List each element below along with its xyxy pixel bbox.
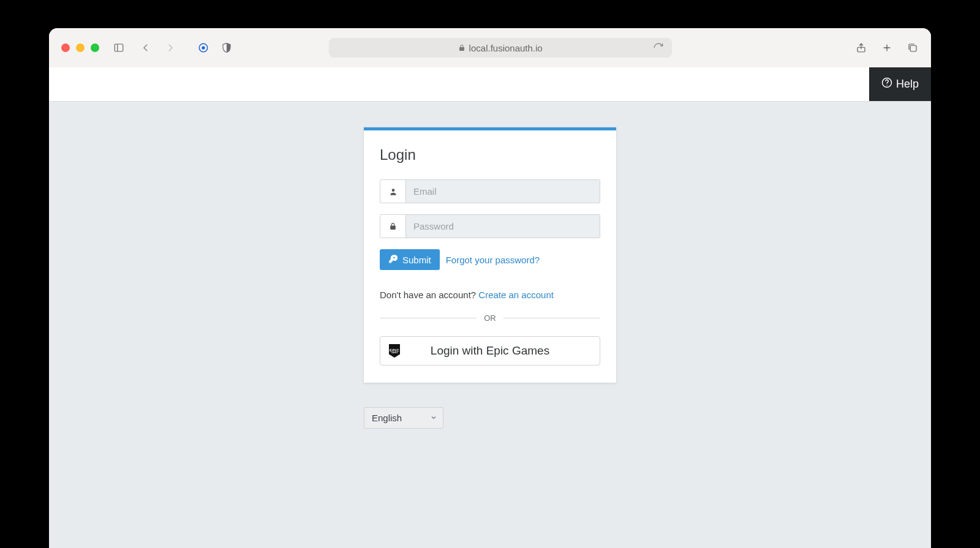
epic-logo-line2: GAMES (391, 352, 398, 354)
new-tab-icon[interactable] (881, 42, 893, 54)
lock-icon (458, 43, 466, 53)
share-icon[interactable] (855, 42, 867, 54)
address-bar[interactable]: local.fusionauth.io (329, 38, 672, 58)
login-title: Login (380, 146, 600, 163)
app-header: Help (49, 67, 931, 102)
submit-button[interactable]: Submit (380, 249, 440, 270)
or-label: OR (477, 313, 503, 323)
svg-point-3 (202, 46, 205, 49)
sidebar-toggle-icon[interactable] (113, 42, 125, 54)
no-account-text: Don't have an account? (380, 290, 478, 300)
epic-games-icon: EPIC GAMES (389, 344, 400, 358)
forgot-password-link[interactable]: Forgot your password? (446, 255, 540, 265)
reload-button[interactable] (652, 42, 665, 54)
browser-window: local.fusionauth.io Help Log (49, 28, 931, 548)
url-text: local.fusionauth.io (469, 43, 543, 53)
submit-label: Submit (402, 255, 431, 265)
svg-point-9 (886, 84, 888, 86)
login-with-epic-button[interactable]: EPIC GAMES Login with Epic Games (380, 336, 600, 366)
tab-overview-icon[interactable] (907, 42, 919, 54)
window-traffic-lights (61, 43, 99, 52)
minimize-window-button[interactable] (76, 43, 85, 52)
password-field-group (380, 214, 600, 238)
help-icon (881, 77, 892, 91)
or-divider: OR (380, 313, 600, 323)
close-window-button[interactable] (61, 43, 70, 52)
back-button[interactable] (140, 42, 152, 54)
privacy-shield-icon[interactable] (221, 42, 233, 54)
email-input[interactable] (406, 180, 600, 203)
onepassword-extension-icon[interactable] (197, 42, 209, 54)
help-label: Help (896, 78, 919, 91)
actions-row: Submit Forgot your password? (380, 249, 600, 270)
page-body: Login Submit Fo (49, 102, 931, 548)
epic-sso-label: Login with Epic Games (431, 344, 549, 358)
language-select-wrapper: English (364, 407, 443, 429)
key-icon (388, 254, 398, 265)
help-button[interactable]: Help (869, 67, 931, 101)
lock-icon (380, 215, 406, 238)
svg-rect-0 (115, 44, 123, 51)
password-input[interactable] (406, 215, 600, 238)
login-card: Login Submit Fo (364, 127, 616, 383)
forward-button[interactable] (164, 42, 176, 54)
create-account-link[interactable]: Create an account (478, 290, 554, 300)
maximize-window-button[interactable] (91, 43, 99, 52)
svg-rect-7 (910, 45, 916, 51)
browser-toolbar: local.fusionauth.io (49, 28, 931, 67)
signup-row: Don't have an account? Create an account (380, 290, 600, 300)
svg-point-10 (391, 189, 394, 192)
email-field-group (380, 179, 600, 203)
language-select[interactable]: English (364, 407, 443, 429)
user-icon (380, 180, 406, 203)
